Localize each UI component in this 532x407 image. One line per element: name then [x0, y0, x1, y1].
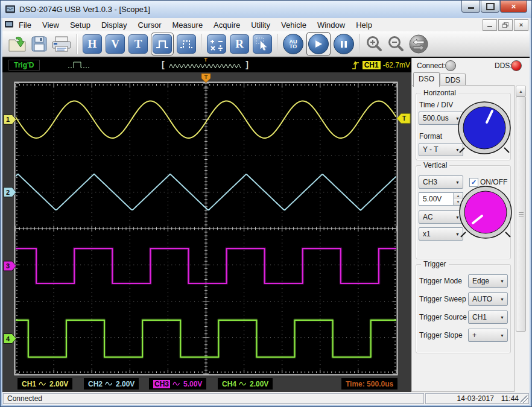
open-button[interactable] [8, 35, 27, 53]
vertical-knob[interactable] [458, 185, 513, 240]
ch2-badge[interactable]: CH2 2.00V [84, 378, 139, 390]
scroll-up-button[interactable]: ▲ [516, 86, 526, 96]
scope-area: Trig'D T [ ] CH1 -62.7mV 1234TT [2, 58, 411, 392]
tab-dso[interactable]: DSO [413, 72, 440, 87]
panel-scrollbar[interactable]: ▲ [516, 86, 526, 341]
app-icon [5, 5, 15, 14]
trigger-sweep-select[interactable]: AUTO ▼ [468, 292, 508, 306]
transfer-arrows-icon [408, 34, 429, 54]
pause-button[interactable] [334, 34, 354, 54]
trigger-status: Trig'D [8, 60, 40, 71]
datetime-panel: 14-03-2017 11:44 [425, 393, 529, 404]
scroll-grip-icon [519, 212, 524, 216]
trigger-settings-button[interactable]: T [128, 34, 148, 54]
mdi-restore-button[interactable] [498, 19, 513, 31]
vertical-settings-button[interactable]: V [106, 34, 125, 54]
save-button[interactable] [31, 36, 48, 52]
trigger-source-select[interactable]: CH1 ▼ [468, 311, 508, 324]
volts-div-stepper[interactable]: 5.00V ▲ ▼ [419, 192, 463, 206]
menu-bar: File View Setup Display Cursor Measure A… [2, 18, 530, 32]
svg-text:T: T [402, 115, 406, 122]
menu-utility[interactable]: Utility [245, 21, 276, 30]
main-area: Trig'D T [ ] CH1 -62.7mV 1234TT [2, 57, 530, 392]
chevron-down-icon: ▼ [497, 297, 507, 301]
ac-coupling-icon [39, 381, 46, 386]
maximize-button[interactable] [481, 1, 499, 13]
chevron-down-icon: ▼ [497, 279, 507, 283]
zoom-in-icon [365, 35, 383, 53]
selected-frame [306, 32, 331, 56]
channel-select[interactable]: CH3 ▼ [419, 175, 463, 189]
pulse-single-button[interactable] [153, 34, 172, 54]
menu-vehicle[interactable]: Vehicle [276, 21, 312, 30]
status-bar: Connected 14-03-2017 11:44 [2, 392, 530, 405]
math-operators-icon [209, 37, 224, 51]
mdi-minimize-button[interactable] [483, 19, 497, 31]
play-icon [314, 40, 323, 48]
trigger-position-marker[interactable]: T [201, 74, 211, 83]
maximize-icon [486, 3, 495, 10]
minimize-button[interactable] [461, 1, 480, 13]
menu-window[interactable]: Window [312, 21, 350, 30]
refresh-button[interactable]: R [230, 34, 249, 54]
trigger-slope-select[interactable]: + ▼ [468, 329, 508, 342]
toolbar-separator [77, 34, 78, 54]
overview-right-bracket: ] [245, 60, 249, 69]
menu-setup[interactable]: Setup [65, 21, 96, 30]
probe-select[interactable]: x1 ▼ [419, 227, 463, 241]
window-title: DSO-2074G USB Ver1.0.3 - [Scope1] [19, 5, 150, 14]
pulse-train-button[interactable] [177, 34, 196, 54]
toolbar-separator [201, 34, 202, 54]
trigger-source-badge: CH1 [363, 61, 381, 69]
zoom-out-button[interactable] [387, 35, 405, 53]
menu-view[interactable]: View [37, 21, 65, 30]
menu-display[interactable]: Display [96, 21, 133, 30]
print-button[interactable] [51, 36, 72, 52]
trigger-mode-select[interactable]: Edge ▼ [468, 274, 508, 288]
zoom-in-button[interactable] [365, 35, 383, 53]
close-button[interactable]: × [500, 1, 527, 13]
horizontal-knob[interactable] [457, 100, 512, 156]
pulse-dashed-icon [180, 39, 193, 49]
scroll-thumb[interactable] [516, 96, 526, 332]
chevron-down-icon: ▼ [452, 180, 463, 185]
rising-edge-icon [351, 60, 360, 71]
display-surround: 1234TT CH1 2.00V CH2 2.00V CH3 5.00V [2, 72, 411, 392]
resize-grip[interactable] [521, 396, 528, 403]
menu-acquire[interactable]: Acquire [208, 21, 245, 30]
up-arrow-icon: ▲ [519, 89, 523, 93]
menu-measure[interactable]: Measure [167, 21, 209, 30]
waveform-overview[interactable]: T [ ] [162, 58, 250, 72]
app-window: DSO-2074G USB Ver1.0.3 - [Scope1] × File… [0, 0, 532, 407]
minimize-icon [468, 7, 474, 9]
run-button[interactable] [308, 34, 329, 54]
menu-file[interactable]: File [13, 21, 37, 30]
auto-setup-button[interactable]: AU TO [283, 34, 303, 54]
trigger-level-marker[interactable]: T [397, 113, 410, 123]
coupling-select[interactable]: AC ▼ [419, 210, 463, 224]
horizontal-settings-button[interactable]: H [83, 34, 102, 54]
menu-help[interactable]: Help [350, 21, 378, 30]
status-date: 14-03-2017 [457, 394, 493, 403]
data-transfer-button[interactable] [408, 34, 429, 54]
mdi-close-button[interactable]: × [514, 19, 528, 31]
floppy-disk-icon [31, 36, 48, 52]
ch4-badge[interactable]: CH4 2.00V [218, 378, 273, 390]
menu-cursor[interactable]: Cursor [133, 21, 167, 30]
ch1-badge[interactable]: CH1 2.00V [17, 378, 72, 390]
timebase-badge: Time: 500.0us [341, 378, 397, 390]
connect-indicator [445, 60, 456, 71]
trigger-sweep-label: Trigger Sweep [419, 295, 466, 303]
waveform-display[interactable]: 1234TT [2, 72, 411, 392]
trigger-status-bar: Trig'D T [ ] CH1 -62.7mV [2, 58, 411, 72]
math-button[interactable] [207, 34, 226, 54]
pulse-icon [156, 39, 169, 49]
selected-frame [151, 33, 174, 55]
title-bar[interactable]: DSO-2074G USB Ver1.0.3 - [Scope1] × [1, 1, 531, 18]
toolbar-separator [359, 34, 360, 54]
format-label: Format [419, 132, 442, 140]
trigger-group: Trigger Trigger Mode Edge ▼ Trigger Swee… [416, 264, 511, 353]
ch3-badge[interactable]: CH3 5.00V [149, 378, 206, 390]
svg-text:3: 3 [6, 262, 10, 270]
cursor-measure-button[interactable] [253, 34, 272, 54]
